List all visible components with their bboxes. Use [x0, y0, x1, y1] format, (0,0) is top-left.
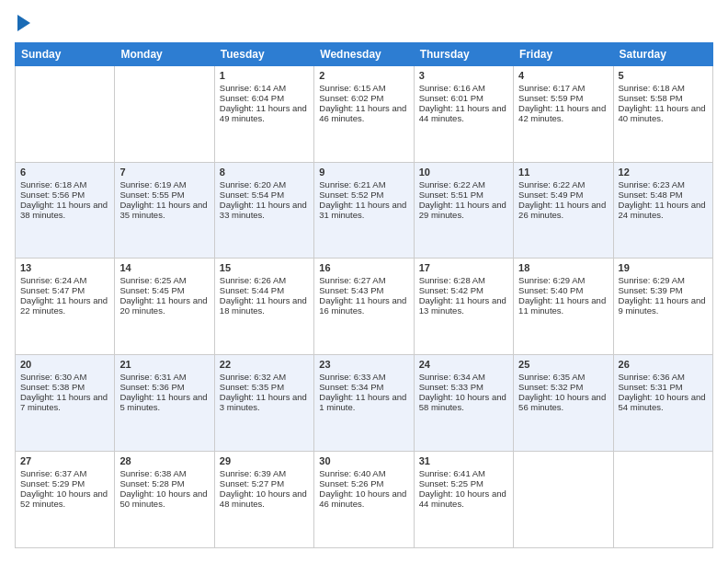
- sunset-text: Sunset: 5:26 PM: [319, 478, 383, 488]
- sunset-text: Sunset: 5:27 PM: [220, 478, 284, 488]
- calendar-week-row: 27Sunrise: 6:37 AMSunset: 5:29 PMDayligh…: [16, 452, 713, 548]
- sunset-text: Sunset: 5:33 PM: [419, 382, 483, 392]
- daylight-text: Daylight: 11 hours and 18 minutes.: [220, 295, 307, 316]
- calendar-cell: 7Sunrise: 6:19 AMSunset: 5:55 PMDaylight…: [115, 162, 214, 259]
- day-number: 12: [619, 167, 708, 178]
- sunrise-text: Sunrise: 6:18 AM: [619, 83, 685, 93]
- daylight-text: Daylight: 11 hours and 16 minutes.: [319, 295, 406, 316]
- daylight-text: Daylight: 11 hours and 40 minutes.: [619, 103, 706, 123]
- sunset-text: Sunset: 5:38 PM: [20, 382, 85, 392]
- daylight-text: Daylight: 11 hours and 44 minutes.: [419, 103, 506, 123]
- day-number: 9: [319, 167, 408, 178]
- sunrise-text: Sunrise: 6:26 AM: [220, 275, 286, 285]
- sunset-text: Sunset: 5:45 PM: [119, 285, 184, 295]
- day-number: 13: [20, 262, 109, 273]
- sunset-text: Sunset: 5:25 PM: [419, 478, 483, 488]
- daylight-text: Daylight: 11 hours and 42 minutes.: [518, 103, 606, 123]
- calendar-cell: [514, 452, 613, 548]
- daylight-text: Daylight: 10 hours and 58 minutes.: [419, 392, 506, 412]
- day-number: 6: [20, 167, 109, 178]
- calendar-cell: 17Sunrise: 6:28 AMSunset: 5:42 PMDayligh…: [414, 259, 513, 355]
- calendar-cell: 26Sunrise: 6:36 AMSunset: 5:31 PMDayligh…: [613, 355, 712, 452]
- day-number: 8: [220, 167, 309, 178]
- calendar-cell: 15Sunrise: 6:26 AMSunset: 5:44 PMDayligh…: [214, 259, 313, 355]
- daylight-text: Daylight: 11 hours and 9 minutes.: [619, 295, 706, 316]
- daylight-text: Daylight: 10 hours and 46 minutes.: [319, 488, 406, 509]
- day-of-week-header: Wednesday: [314, 42, 414, 65]
- daylight-text: Daylight: 11 hours and 29 minutes.: [419, 200, 506, 220]
- sunrise-text: Sunrise: 6:30 AM: [20, 372, 86, 382]
- sunrise-text: Sunrise: 6:20 AM: [220, 179, 286, 190]
- sunset-text: Sunset: 5:31 PM: [619, 382, 683, 392]
- header: [15, 15, 713, 33]
- sunrise-text: Sunrise: 6:31 AM: [119, 372, 186, 382]
- sunrise-text: Sunrise: 6:41 AM: [419, 468, 485, 478]
- sunrise-text: Sunrise: 6:35 AM: [518, 372, 585, 382]
- daylight-text: Daylight: 10 hours and 48 minutes.: [220, 488, 307, 509]
- calendar-cell: 30Sunrise: 6:40 AMSunset: 5:26 PMDayligh…: [314, 452, 414, 548]
- calendar-cell: 21Sunrise: 6:31 AMSunset: 5:36 PMDayligh…: [115, 355, 214, 452]
- sunrise-text: Sunrise: 6:29 AM: [518, 275, 585, 285]
- sunrise-text: Sunrise: 6:23 AM: [619, 179, 685, 190]
- calendar-cell: 24Sunrise: 6:34 AMSunset: 5:33 PMDayligh…: [414, 355, 513, 452]
- daylight-text: Daylight: 11 hours and 46 minutes.: [319, 103, 406, 123]
- daylight-text: Daylight: 11 hours and 1 minute.: [319, 392, 406, 412]
- day-of-week-header: Monday: [115, 42, 214, 65]
- day-number: 27: [20, 455, 109, 466]
- day-number: 5: [619, 70, 708, 81]
- calendar-cell: [115, 65, 214, 162]
- day-number: 20: [20, 359, 109, 370]
- sunset-text: Sunset: 6:02 PM: [319, 93, 383, 103]
- calendar-cell: 8Sunrise: 6:20 AMSunset: 5:54 PMDaylight…: [214, 162, 313, 259]
- day-number: 19: [619, 262, 708, 273]
- daylight-text: Daylight: 11 hours and 22 minutes.: [20, 295, 108, 316]
- daylight-text: Daylight: 11 hours and 13 minutes.: [419, 295, 506, 316]
- calendar-cell: 27Sunrise: 6:37 AMSunset: 5:29 PMDayligh…: [16, 452, 115, 548]
- sunrise-text: Sunrise: 6:39 AM: [220, 468, 286, 478]
- day-of-week-header: Tuesday: [214, 42, 313, 65]
- sunrise-text: Sunrise: 6:18 AM: [20, 179, 86, 190]
- sunset-text: Sunset: 5:36 PM: [119, 382, 184, 392]
- calendar-cell: [16, 65, 115, 162]
- logo: [15, 15, 30, 33]
- daylight-text: Daylight: 11 hours and 35 minutes.: [119, 200, 207, 220]
- day-of-week-header: Thursday: [414, 42, 513, 65]
- sunrise-text: Sunrise: 6:36 AM: [619, 372, 685, 382]
- daylight-text: Daylight: 11 hours and 49 minutes.: [220, 103, 307, 123]
- sunset-text: Sunset: 5:56 PM: [20, 190, 85, 200]
- sunset-text: Sunset: 5:58 PM: [619, 93, 683, 103]
- sunrise-text: Sunrise: 6:28 AM: [419, 275, 485, 285]
- sunrise-text: Sunrise: 6:16 AM: [419, 83, 485, 93]
- sunrise-text: Sunrise: 6:27 AM: [319, 275, 385, 285]
- daylight-text: Daylight: 11 hours and 31 minutes.: [319, 200, 406, 220]
- daylight-text: Daylight: 11 hours and 20 minutes.: [119, 295, 207, 316]
- sunrise-text: Sunrise: 6:25 AM: [119, 275, 186, 285]
- sunset-text: Sunset: 5:35 PM: [220, 382, 284, 392]
- calendar-week-row: 13Sunrise: 6:24 AMSunset: 5:47 PMDayligh…: [16, 259, 713, 355]
- calendar-cell: 11Sunrise: 6:22 AMSunset: 5:49 PMDayligh…: [514, 162, 613, 259]
- day-number: 4: [518, 70, 608, 81]
- sunrise-text: Sunrise: 6:22 AM: [419, 179, 485, 190]
- calendar: SundayMondayTuesdayWednesdayThursdayFrid…: [15, 42, 713, 548]
- sunset-text: Sunset: 5:40 PM: [518, 285, 583, 295]
- calendar-cell: 1Sunrise: 6:14 AMSunset: 6:04 PMDaylight…: [214, 65, 313, 162]
- sunset-text: Sunset: 5:42 PM: [419, 285, 483, 295]
- calendar-cell: 12Sunrise: 6:23 AMSunset: 5:48 PMDayligh…: [613, 162, 712, 259]
- calendar-cell: 4Sunrise: 6:17 AMSunset: 5:59 PMDaylight…: [514, 65, 613, 162]
- sunset-text: Sunset: 5:39 PM: [619, 285, 683, 295]
- logo-general: [15, 15, 30, 33]
- daylight-text: Daylight: 11 hours and 33 minutes.: [220, 200, 307, 220]
- sunset-text: Sunset: 5:48 PM: [619, 190, 683, 200]
- sunrise-text: Sunrise: 6:40 AM: [319, 468, 385, 478]
- calendar-cell: 13Sunrise: 6:24 AMSunset: 5:47 PMDayligh…: [16, 259, 115, 355]
- sunset-text: Sunset: 6:04 PM: [220, 93, 284, 103]
- day-number: 1: [220, 70, 309, 81]
- sunset-text: Sunset: 5:28 PM: [119, 478, 184, 488]
- sunrise-text: Sunrise: 6:15 AM: [319, 83, 385, 93]
- day-number: 21: [119, 359, 209, 370]
- sunset-text: Sunset: 5:51 PM: [419, 190, 483, 200]
- day-number: 18: [518, 262, 608, 273]
- calendar-cell: 16Sunrise: 6:27 AMSunset: 5:43 PMDayligh…: [314, 259, 414, 355]
- sunrise-text: Sunrise: 6:38 AM: [119, 468, 186, 478]
- daylight-text: Daylight: 11 hours and 7 minutes.: [20, 392, 108, 412]
